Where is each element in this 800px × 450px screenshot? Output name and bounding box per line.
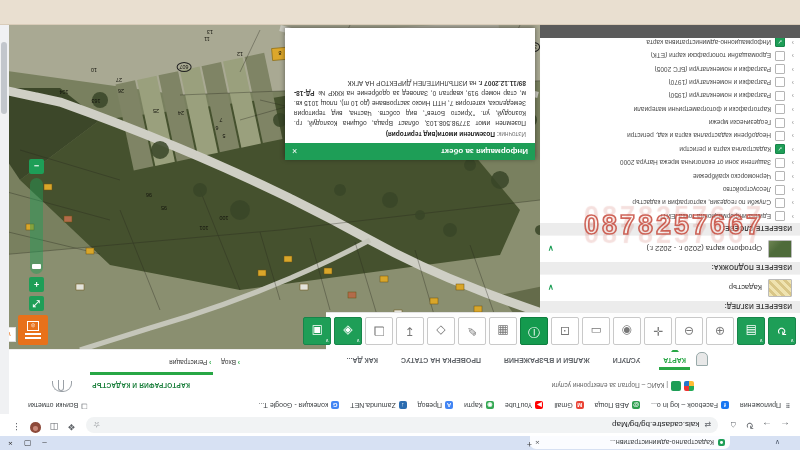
layer-row[interactable]: › ✓ Служби по геодезия, картография и ка… — [540, 196, 800, 209]
layer-row[interactable]: › ✓ Едромащабни топографски карти (ЕТК) — [540, 49, 800, 62]
measure-distance-tool[interactable]: ✎ — [458, 318, 486, 346]
layer-checkbox[interactable]: ✓ — [775, 118, 785, 128]
layer-checkbox[interactable]: ✓ — [775, 51, 785, 61]
extensions-icon[interactable]: ❖ — [68, 423, 76, 433]
home-icon[interactable]: ⌂ — [730, 420, 736, 431]
zoom-out-button[interactable]: − — [29, 159, 44, 174]
bookmark-star-icon[interactable]: ☆ — [93, 421, 100, 430]
expander-icon[interactable]: › — [789, 119, 794, 126]
bookmark-item[interactable]: G колекция - Google Т... — [259, 402, 340, 410]
layer-checkbox[interactable]: ✓ — [775, 185, 785, 195]
panel-toggle-button[interactable]: ◎ — [18, 315, 48, 345]
tab-search-chevron-icon[interactable]: ∨ — [771, 437, 784, 448]
back-icon[interactable]: ← — [780, 420, 790, 431]
url-field[interactable]: ⇄ kais.cadastre.bg/bg/Map ☆ — [86, 417, 718, 433]
layer-row[interactable]: › ✓ Защитени зони от екологична мрежа На… — [540, 156, 800, 169]
reset-view-button[interactable]: ∨↻ — [768, 318, 796, 346]
fullscreen-button[interactable]: ⤢ — [29, 296, 44, 311]
layer-checkbox[interactable]: ✓ — [775, 91, 785, 101]
draw-polygon-tool[interactable]: ◇ — [427, 318, 455, 346]
browser-menu-icon[interactable]: ⋮ — [12, 423, 21, 433]
zoom-in-tool[interactable]: ⊕ — [706, 318, 734, 346]
download-tool[interactable]: ↧ — [396, 318, 424, 346]
info-layers-button[interactable]: ∨◈ — [334, 318, 362, 346]
window-maximize-button[interactable]: ▢ — [24, 437, 32, 449]
zoom-rect-tool[interactable]: ▭ — [582, 318, 610, 346]
login-link[interactable]: › Вход — [221, 359, 240, 366]
layer-checkbox[interactable]: ✓ — [775, 104, 785, 114]
pan-tool[interactable]: ✛ — [644, 318, 672, 346]
layer-row[interactable]: › ✓ Кадастрална карта и регистри — [540, 143, 800, 156]
nav-item[interactable]: КАРТА — [661, 351, 688, 370]
expander-icon[interactable]: › — [789, 159, 794, 166]
bookmark-item[interactable]: M Gmail — [554, 402, 583, 410]
bookmark-item[interactable]: ▶ YouTube — [505, 402, 544, 410]
zoom-slider-knob[interactable] — [32, 264, 41, 269]
layer-row[interactable]: › ✓ Разграфки и номенклатури (1950) — [540, 89, 800, 102]
layer-checkbox[interactable]: ✓ — [775, 158, 785, 168]
chevron-down-icon[interactable]: ∨ — [548, 284, 554, 293]
nav-item[interactable]: ПРОВЕРКА НА СТАТУС — [399, 351, 483, 370]
site-info-icon[interactable]: ⇄ — [704, 421, 711, 430]
window-minimize-button[interactable]: – — [42, 437, 46, 449]
reload-icon[interactable]: ↻ — [746, 420, 754, 431]
expander-icon[interactable]: › — [789, 132, 794, 139]
expander-icon[interactable]: › — [789, 39, 794, 46]
new-tab-button[interactable]: + — [527, 439, 532, 449]
forward-icon[interactable]: → — [762, 420, 772, 431]
window-close-button[interactable]: × — [8, 437, 13, 449]
prev-extent-tool[interactable]: ⊡ — [551, 318, 579, 346]
close-icon[interactable]: × — [292, 147, 297, 157]
expander-icon[interactable]: › — [789, 92, 794, 99]
expander-icon[interactable]: › — [789, 173, 794, 180]
identify-tool[interactable]: Ⓘ — [520, 318, 548, 346]
all-bookmarks-button[interactable]: ❏ Всички отметки — [14, 402, 88, 410]
layer-checkbox[interactable]: ✓ — [775, 77, 785, 87]
print-button[interactable]: ∨▣ — [303, 318, 331, 346]
full-extent-tool[interactable]: ◉ — [613, 318, 641, 346]
select-tool[interactable]: ❏ — [365, 318, 393, 346]
layer-row[interactable]: › ✓ Геодезически мрежи — [540, 116, 800, 129]
side-panel-icon[interactable]: ◫ — [50, 423, 59, 433]
layer-row[interactable]: › ✓ Картографски и фотограметрични матер… — [540, 102, 800, 115]
layer-row[interactable]: › ✓ Лесоустройство — [540, 183, 800, 196]
nav-item[interactable]: КАК ДА... — [345, 351, 380, 370]
bookmark-item[interactable]: А Превод — [418, 402, 453, 410]
chevron-down-icon[interactable]: ∨ — [548, 245, 554, 254]
expander-icon[interactable]: › — [789, 106, 794, 113]
layer-checkbox[interactable]: ✓ — [775, 171, 785, 181]
bookmark-item[interactable]: ↓ Zamunda.NET — [350, 402, 407, 410]
register-link[interactable]: › Регистрация — [169, 359, 211, 366]
bookmark-item[interactable]: @ АБВ Поща — [595, 402, 640, 410]
expander-icon[interactable]: › — [789, 186, 794, 193]
layers-button[interactable]: ∨▤ — [737, 318, 765, 346]
layer-row[interactable]: › ✓ Черноморско крайбрежие — [540, 169, 800, 182]
scrollbar-thumb[interactable] — [2, 42, 8, 114]
expander-icon[interactable]: › — [789, 66, 794, 73]
nav-item[interactable]: ЖАЛБИ И ВЪЗРАЖЕНИЯ — [502, 351, 592, 370]
layer-checkbox[interactable]: ✓ — [775, 144, 785, 154]
layer-row[interactable]: › ✓ Неодобрени кадастрална карта и кад. … — [540, 129, 800, 142]
view-selector[interactable]: Кадастър ∨ — [540, 274, 800, 301]
browser-tab[interactable]: Кадастрално-административн... × — [530, 436, 730, 449]
layer-checkbox[interactable]: ✓ — [775, 131, 785, 141]
layer-checkbox[interactable]: ✓ — [775, 37, 785, 47]
zoom-in-button[interactable]: + — [29, 277, 44, 292]
bookmark-item[interactable]: ◉ Карти — [464, 402, 494, 410]
page-scrollbar[interactable] — [0, 25, 9, 414]
zoom-out-tool[interactable]: ⊖ — [675, 318, 703, 346]
tab-close-icon[interactable]: × — [535, 438, 540, 447]
expander-icon[interactable]: › — [789, 199, 794, 206]
layer-row[interactable]: › ✓ Разграфки и номенклатури (БГС 2005) — [540, 62, 800, 75]
bookmark-item[interactable]: f Facebook – log in o... — [651, 402, 729, 410]
layer-checkbox[interactable]: ✓ — [775, 198, 785, 208]
bookmark-item[interactable]: ⠿ Приложения — [740, 402, 792, 410]
zoom-slider[interactable] — [30, 178, 43, 274]
expander-icon[interactable]: › — [789, 52, 794, 59]
measure-area-tool[interactable]: ▦ — [489, 318, 517, 346]
profile-avatar[interactable] — [30, 422, 41, 433]
expander-icon[interactable]: › — [789, 79, 794, 86]
nav-item[interactable]: УСЛУГИ — [611, 351, 643, 370]
expander-icon[interactable]: › — [789, 146, 794, 153]
layer-row[interactable]: › ✓ Разграфки и номенклатури (1970) — [540, 76, 800, 89]
